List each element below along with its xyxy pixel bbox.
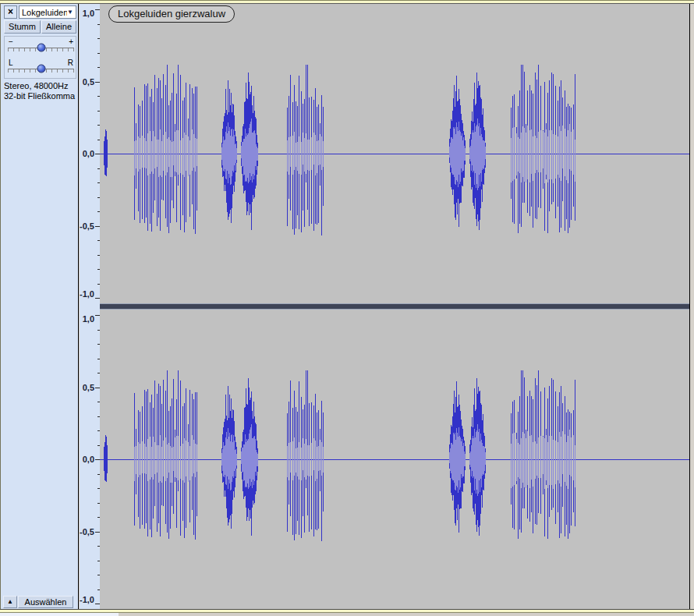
solo-button[interactable]: Alleine xyxy=(41,20,76,34)
select-track-button[interactable]: Auswählen xyxy=(18,596,73,608)
waveform-peaks xyxy=(104,65,575,235)
waveform-channel-1[interactable] xyxy=(100,4,689,303)
ruler-label: 1,0 xyxy=(83,9,94,18)
track-right-border xyxy=(689,4,690,609)
pan-slider[interactable]: L R xyxy=(5,58,77,79)
scrollbar-area xyxy=(0,613,694,616)
pan-slider-thumb[interactable] xyxy=(37,65,45,73)
close-track-button[interactable]: × xyxy=(4,5,17,19)
audacity-track-view: × Lokgeluiden ▼ Stumm Alleine − + L R xyxy=(0,0,694,616)
track-info: Stereo, 48000Hz 32-bit Fließkomma xyxy=(4,81,75,101)
waveform-channel-2[interactable] xyxy=(100,310,689,609)
track-bitdepth-line: 32-bit Fließkomma xyxy=(4,91,75,101)
ruler-label: 0,0 xyxy=(83,455,94,464)
ruler-label: -1,0 xyxy=(80,595,94,604)
chevron-down-icon: ▼ xyxy=(67,9,73,16)
gain-slider-thumb[interactable] xyxy=(37,44,45,52)
scrollbar-area-left xyxy=(0,613,119,616)
ruler-label: 0,5 xyxy=(83,77,94,87)
track-control-panel: × Lokgeluiden ▼ Stumm Alleine − + L R xyxy=(0,4,79,609)
gain-plus-label: + xyxy=(69,37,73,46)
pan-left-label: L xyxy=(9,58,13,67)
waveform-peaks xyxy=(104,370,575,541)
ruler-label: -0,5 xyxy=(80,527,94,536)
pan-right-label: R xyxy=(68,58,73,67)
ruler-label: 0,5 xyxy=(83,383,94,392)
vertical-ruler-channel-2[interactable]: 1,00,50,0-0,5-1,0 xyxy=(80,310,100,609)
ruler-label: 1,0 xyxy=(83,314,94,324)
slider-box: − + L R xyxy=(4,36,76,79)
ruler-label: -1,0 xyxy=(80,289,94,299)
triangle-up-icon: ▲ xyxy=(7,598,13,605)
ruler-label: -0,5 xyxy=(80,221,94,231)
close-icon: × xyxy=(8,6,13,17)
gain-minus-label: − xyxy=(9,37,13,46)
track-title-dropdown[interactable]: Lokgeluiden ▼ xyxy=(19,5,76,19)
collapse-track-button[interactable]: ▲ xyxy=(3,596,17,608)
ruler-label: 0,0 xyxy=(83,149,94,158)
track-name-pill: Lokgeluiden gierzwaluw xyxy=(108,5,235,23)
waveform-rms xyxy=(135,119,575,190)
vertical-ruler-column: 1,00,50,0-0,5-1,0 1,00,50,0-0,5-1,0 xyxy=(80,4,100,609)
channel-divider-sash[interactable] xyxy=(100,303,689,310)
track-format-line: Stereo, 48000Hz xyxy=(4,81,75,91)
gain-slider[interactable]: − + xyxy=(5,37,77,58)
track-title-label: Lokgeluiden xyxy=(22,8,67,17)
vertical-ruler-channel-1[interactable]: 1,00,50,0-0,5-1,0 xyxy=(80,4,100,303)
waveform-rms xyxy=(135,424,575,496)
mute-button[interactable]: Stumm xyxy=(4,20,41,34)
